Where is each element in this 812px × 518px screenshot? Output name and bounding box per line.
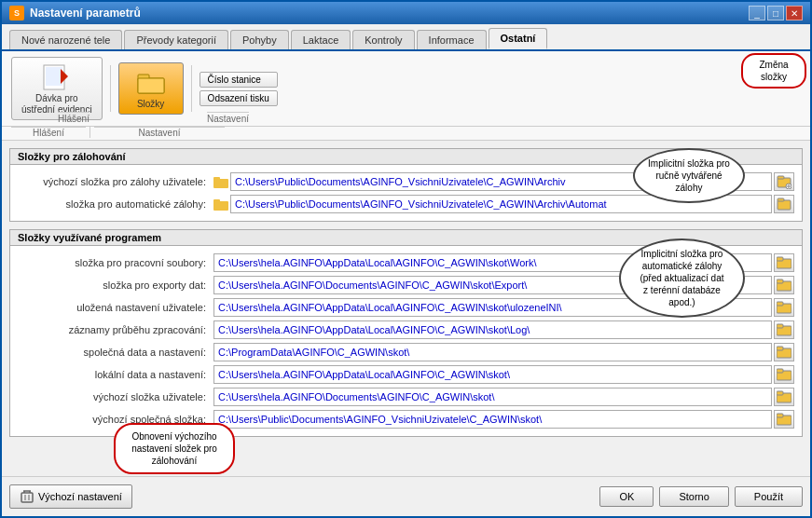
svg-rect-26 — [777, 324, 783, 328]
odsazeni-tisku-button[interactable]: Odsazení tisku — [200, 90, 278, 106]
close-button[interactable]: ✕ — [786, 6, 803, 20]
trash-icon — [20, 489, 34, 504]
shared-data-path[interactable] — [213, 343, 772, 361]
local-data-path[interactable] — [213, 365, 772, 384]
user-default-row: výchozí složka uživatele: — [18, 386, 794, 408]
window-controls: _ □ ✕ — [749, 6, 803, 20]
svg-rect-32 — [777, 391, 783, 395]
export-browse[interactable] — [774, 276, 794, 294]
log-path[interactable] — [213, 320, 772, 339]
title-bar: S Nastavení parametrů _ □ ✕ — [2, 2, 810, 24]
svg-rect-20 — [777, 257, 783, 261]
shared-default-value — [213, 410, 794, 429]
local-data-row: lokální data a nastavení: — [18, 363, 794, 386]
davka-icon — [42, 61, 72, 91]
restore-callout: Obnovení výchozího nastavení složek pro … — [114, 423, 235, 474]
implicit-backup-text: Implicitní složka pro ručně vytvářené zá… — [648, 158, 730, 193]
log-label: záznamy průběhu zpracování: — [18, 324, 213, 335]
slozky-label: Složky — [137, 99, 164, 110]
backup-auto-label: složka pro automatické zálohy: — [18, 198, 213, 210]
work-label: složka pro pracovní soubory: — [18, 257, 213, 268]
shared-default-path[interactable] — [213, 410, 772, 429]
log-browse[interactable] — [774, 320, 794, 339]
svg-rect-30 — [777, 369, 783, 373]
tab-ostatni[interactable]: Ostatní — [489, 28, 548, 49]
toolbar-labels: Hlášení Nastavení — [2, 127, 810, 141]
local-data-browse[interactable] — [774, 365, 794, 384]
davka-button[interactable]: Dávka proústřední evidenci — [11, 57, 103, 120]
user-default-browse[interactable] — [774, 388, 794, 406]
cislo-stanice-button[interactable]: Číslo stanice — [200, 72, 278, 88]
toolbar: Dávka proústřední evidenci Složky Číslo … — [2, 51, 810, 127]
tab-laktace[interactable]: Laktace — [291, 30, 351, 49]
tab-kontroly[interactable]: Kontroly — [352, 30, 414, 49]
folder-icon-small2 — [213, 198, 228, 211]
slozky-button[interactable]: Složky — [118, 62, 184, 115]
shared-data-value — [213, 343, 794, 361]
svg-text:S: S — [14, 8, 20, 18]
default-settings-label: Výchozí nastavení — [38, 491, 122, 502]
folder-icon-small — [213, 175, 228, 188]
tab-nove-narozene[interactable]: Nové narozené tele — [9, 30, 122, 49]
svg-rect-34 — [777, 414, 783, 417]
svg-rect-11 — [778, 176, 784, 179]
export-label: složka pro exporty dat: — [18, 279, 213, 291]
nastaveni-group-label: Nastavení — [94, 127, 225, 138]
maximize-button[interactable]: □ — [767, 6, 784, 20]
local-data-label: lokální data a nastavení: — [18, 369, 213, 380]
footer-right: OK Storno Použít — [599, 486, 803, 507]
tab-informace[interactable]: Informace — [417, 30, 487, 49]
svg-rect-18 — [778, 198, 784, 201]
slozky-icon — [136, 67, 166, 97]
zmena-label: Změna složky — [759, 60, 788, 82]
toolbar-nastaveni-group: Číslo stanice Odsazení tisku — [200, 72, 278, 106]
implicit-backup-callout: Implicitní složka pro ručně vytvářené zá… — [633, 148, 745, 203]
backup-auto-browse[interactable] — [774, 195, 794, 213]
auto-backup-callout: Implicitní složka proautomatické zálohy(… — [619, 239, 745, 318]
backup-user-label: výchozí složka pro zálohy uživatele: — [18, 176, 213, 187]
app-icon: S — [9, 6, 24, 20]
toolbar-sep1 — [110, 65, 111, 112]
svg-rect-7 — [138, 78, 164, 93]
work-browse[interactable] — [774, 253, 794, 272]
hlaseni-label: Hlášení — [58, 112, 89, 124]
svg-rect-24 — [777, 302, 783, 306]
svg-rect-16 — [213, 199, 220, 203]
default-settings-button[interactable]: Výchozí nastavení — [9, 484, 132, 509]
log-value — [213, 320, 794, 339]
user-default-value — [213, 388, 794, 406]
user-default-path[interactable] — [213, 388, 772, 406]
tab-bar: Nové narozené tele Převody kategorií Poh… — [2, 24, 810, 51]
minimize-button[interactable]: _ — [749, 6, 765, 20]
tab-pohyby[interactable]: Pohyby — [230, 30, 289, 49]
restore-text: Obnovení výchozího nastavení složek pro … — [131, 431, 217, 466]
footer: Výchozí nastavení Obnovení výchozího nas… — [2, 476, 810, 516]
ini-browse[interactable] — [774, 298, 794, 317]
zmena-slozky-callout: Změna složky — [741, 53, 806, 89]
shared-data-label: společná data a nastavení: — [18, 347, 213, 358]
svg-rect-22 — [777, 279, 783, 283]
backup-user-browse[interactable] — [774, 172, 794, 191]
user-default-label: výchozí složka uživatele: — [18, 391, 213, 402]
nastaveni-label: Nastavení — [207, 112, 249, 124]
svg-rect-35 — [21, 493, 33, 502]
shared-data-row: společná data a nastavení: — [18, 341, 794, 363]
tab-prevody[interactable]: Převody kategorií — [124, 30, 228, 49]
hlaseni-group-label: Hlášení — [11, 127, 86, 138]
auto-backup-text: Implicitní složka proautomatické zálohy(… — [640, 249, 723, 307]
footer-left: Výchozí nastavení Obnovení výchozího nas… — [9, 484, 132, 509]
cancel-button[interactable]: Storno — [659, 486, 728, 507]
shared-default-browse[interactable] — [774, 410, 794, 429]
svg-rect-28 — [777, 347, 783, 350]
svg-rect-9 — [213, 177, 220, 181]
svg-rect-3 — [46, 67, 62, 86]
local-data-value — [213, 365, 794, 384]
ok-button[interactable]: OK — [599, 486, 654, 507]
toolbar-sep2 — [191, 65, 192, 112]
apply-button[interactable]: Použít — [735, 486, 803, 507]
log-row: záznamy průběhu zpracování: — [18, 319, 794, 341]
main-window: S Nastavení parametrů _ □ ✕ Nové narozen… — [0, 0, 812, 518]
shared-data-browse[interactable] — [774, 343, 794, 361]
ini-label: uložená nastavení uživatele: — [18, 302, 213, 313]
window-title: Nastavení parametrů — [30, 7, 141, 20]
